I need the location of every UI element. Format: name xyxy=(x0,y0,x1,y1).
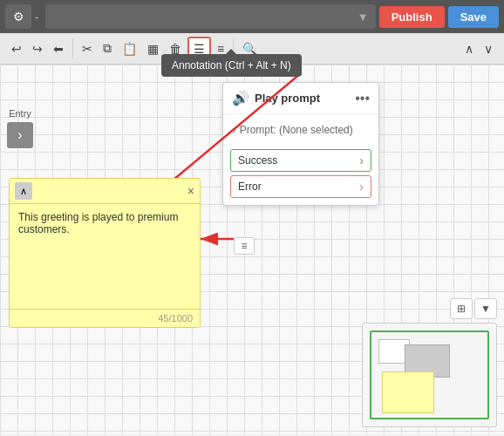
paste-button[interactable]: 📋 xyxy=(118,38,141,59)
chevron-up-button[interactable]: ∧ xyxy=(460,38,478,59)
publish-button[interactable]: Publish xyxy=(379,6,445,28)
annotation-node-icon[interactable]: ≡ xyxy=(234,237,255,255)
save-button[interactable]: Save xyxy=(448,6,499,28)
annotation-tooltip: Annotation (Ctrl + Alt + N) xyxy=(161,54,302,77)
back-button[interactable]: ⬅ xyxy=(49,38,68,59)
minimap-yellow-box xyxy=(382,371,434,413)
annotation-collapse-button[interactable]: ∧ xyxy=(15,182,32,200)
undo-button[interactable]: ↩ xyxy=(7,38,26,59)
separator-1 xyxy=(72,39,73,58)
success-label: Success xyxy=(238,154,277,167)
success-chevron-icon: › xyxy=(359,153,364,167)
copy-button[interactable]: ⧉ xyxy=(99,37,116,59)
annotation-note-footer: 45/1000 xyxy=(10,309,200,327)
back-icon: ⬅ xyxy=(53,42,64,56)
gear-button[interactable]: ⚙ xyxy=(5,4,31,29)
error-label: Error xyxy=(238,181,262,193)
dash-label: - xyxy=(35,10,38,24)
annotation-note-body: This greeting is played to premium custo… xyxy=(10,204,200,309)
minimap-toggle-icon: ▼ xyxy=(480,303,491,315)
collapse-icon: ∧ xyxy=(20,186,27,197)
entry-node: Entry › xyxy=(7,108,33,148)
undo-icon: ↩ xyxy=(11,42,22,56)
play-prompt-body: › Prompt: (None selected) xyxy=(223,114,378,146)
grid-button[interactable]: ▦ xyxy=(143,38,163,59)
error-row[interactable]: Error › xyxy=(230,175,371,198)
annotation-list-icon: ≡ xyxy=(241,240,247,252)
close-icon: × xyxy=(187,184,194,198)
minimap-toggle-button[interactable]: ▼ xyxy=(474,298,497,319)
play-prompt-title: Play prompt xyxy=(255,92,350,105)
entry-arrow-button[interactable]: › xyxy=(7,122,33,148)
paste-icon: 📋 xyxy=(122,42,137,56)
minimap xyxy=(362,323,497,427)
title-dropdown[interactable]: ▼ xyxy=(45,4,375,29)
cut-icon: ✂ xyxy=(82,42,92,56)
gear-icon: ⚙ xyxy=(13,10,24,24)
canvas: Entry › 🔊 Play prompt ••• › Prompt: (Non… xyxy=(0,65,504,434)
prompt-row: › Prompt: (None selected) xyxy=(232,119,370,140)
entry-label: Entry xyxy=(9,108,31,119)
grid-icon: ▦ xyxy=(147,42,159,56)
char-count: 45/1000 xyxy=(158,313,193,324)
annotation-text: This greeting is played to premium custo… xyxy=(18,211,178,235)
dropdown-arrow: ▼ xyxy=(358,10,369,24)
prompt-text: Prompt: (None selected) xyxy=(240,124,353,136)
annotation-note: ∧ × This greeting is played to premium c… xyxy=(9,178,201,328)
play-prompt-header: 🔊 Play prompt ••• xyxy=(223,83,378,114)
chevron-down-button[interactable]: ∨ xyxy=(480,38,497,59)
chevron-group: ∧ ∨ xyxy=(460,38,497,59)
copy-icon: ⧉ xyxy=(103,41,112,56)
annotation-note-header: ∧ × xyxy=(10,179,200,204)
more-options-button[interactable]: ••• xyxy=(355,91,370,106)
cut-button[interactable]: ✂ xyxy=(78,38,97,59)
prompt-arrow-icon: › xyxy=(232,123,236,137)
play-prompt-card: 🔊 Play prompt ••• › Prompt: (None select… xyxy=(222,82,379,206)
entry-chevron-icon: › xyxy=(17,127,22,143)
success-row[interactable]: Success › xyxy=(230,149,371,172)
fit-view-icon: ⊞ xyxy=(457,303,466,315)
top-toolbar: ⚙ - ▼ Publish Save xyxy=(0,0,504,33)
error-chevron-icon: › xyxy=(359,180,364,194)
annotation-close-button[interactable]: × xyxy=(187,184,194,198)
minimap-toolbar: ⊞ ▼ xyxy=(450,298,497,319)
minimap-content xyxy=(363,324,496,426)
redo-icon: ↪ xyxy=(32,42,43,56)
redo-button[interactable]: ↪ xyxy=(28,38,47,59)
sound-icon: 🔊 xyxy=(232,90,249,106)
fit-view-button[interactable]: ⊞ xyxy=(450,298,473,319)
